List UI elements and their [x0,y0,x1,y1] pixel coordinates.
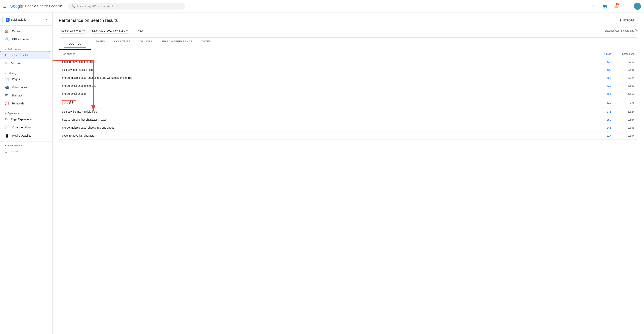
sidebar-label-search-results: Search results [10,54,28,57]
export-button[interactable]: ⬇ EXPORT [616,17,638,24]
col-header-impressions: Impressions [611,52,634,55]
query-text: merge multiple excel sheets into one she… [62,126,588,129]
clicks-value: 241 [588,126,611,129]
table-row[interactable]: how to remove first character in excel 2… [59,116,638,124]
highlighted-query: csv 分割 [62,100,76,105]
tab-pages[interactable]: PAGES [91,38,110,50]
clicks-value: 250 [588,118,611,121]
notifications-button[interactable]: 🔔 67 [612,2,620,10]
sidebar-item-sitemaps[interactable]: 🗺 Sitemaps [0,91,50,99]
discover-icon: ✳ [5,61,8,66]
table-row[interactable]: merge multiple excel sheets into one she… [59,124,638,132]
table-row[interactable]: merge excel sheets 363 5,817 [59,90,638,98]
help-button[interactable]: ? [590,2,598,10]
impressions-value: 2,394 [611,134,634,137]
date-filter[interactable]: Date: Aug 2, 2023-Nov 4, 2... ✏ [90,28,131,34]
url-search-bar[interactable]: 🔍 [68,3,185,10]
query-text: excel remove first character [62,60,588,63]
search-icon: 🔍 [72,4,75,8]
query-text: merge excel sheets into one [62,84,588,87]
enhancements-section-label[interactable]: ▾ Enhancements [0,143,52,147]
experience-section-label[interactable]: ▾ Experience [0,111,52,115]
indexing-section-label[interactable]: ▾ Indexing [0,71,52,75]
sidebar-divider-4 [0,109,52,109]
query-text: excel remove last character [62,134,588,137]
query-text: merge excel sheets [62,92,588,95]
search-input[interactable] [77,5,182,8]
indexing-label: Indexing [8,72,16,75]
search-type-filter[interactable]: Search type: Web ✏ [59,28,87,34]
experience-label: Experience [8,112,19,115]
date-label: Date: Aug 2, 2023-Nov 4, 2... [92,29,125,32]
sidebar-item-video-pages[interactable]: 📹 Video pages [0,83,50,91]
impressions-value: 3,566 [611,68,634,71]
sidebar-label-pages: Pages [12,78,20,81]
col-header-query: Top queries [62,52,588,55]
query-text: how to remove first character in excel [62,118,588,121]
queries-table: Top queries ↓ Clicks Impressions excel r… [59,50,638,139]
home-icon: 🏠 [5,29,9,33]
sidebar-item-pages[interactable]: 📄 Pages [0,75,50,83]
performance-section-label[interactable]: ▾ Performance [0,47,52,51]
page-title: Performance on Search results [59,18,118,23]
impressions-value: 4,719 [611,60,634,63]
clicks-value: 500 [588,68,611,71]
sidebar-label-logos: Logos [10,150,18,153]
impressions-value: 3,699 [611,84,634,87]
sidebar-item-logos[interactable]: ◇ Logos [0,147,50,155]
table-filter-icon[interactable] [628,38,638,50]
clicks-value: 271 [588,110,611,113]
notification-badge: 67 [616,3,620,5]
apps-icon: ⋮⋮⋮ [621,4,633,9]
tab-search-appearance[interactable]: SEARCH APPEARANCE [156,38,197,50]
sidebar-item-overview[interactable]: 🏠 Overview [0,27,50,35]
table-row[interactable]: excel remove first character 532 4,719 [59,58,638,66]
property-letter: q [7,19,8,21]
property-selector[interactable]: q quicktable.io ▾ [2,16,50,24]
sidebar-item-removals[interactable]: 🚫 Removals [0,99,50,108]
queries-tab-box: QUERIES [64,40,86,48]
last-updated: Last updated: 6 hours ago ⓘ [605,29,638,32]
table-row[interactable]: excel remove last character 217 2,394 [59,132,638,139]
table-row[interactable]: split csv into multiple files 500 3,566 [59,66,638,74]
sidebar-label-page-experience: Page Experience [11,118,32,121]
manage-accounts-button[interactable]: 👥 [601,2,609,10]
hamburger-icon[interactable]: ☰ [3,4,6,9]
tab-countries[interactable]: COUNTRIES [110,38,135,50]
sidebar-item-page-experience[interactable]: ⚙ Page Experience [0,115,50,123]
tab-queries[interactable]: QUERIES [59,38,91,50]
removals-icon: 🚫 [5,101,9,106]
add-filter-label: + New [136,29,143,32]
collapse-icon-performance: ▾ [5,48,6,51]
sidebar-item-url-inspection[interactable]: 🔍 URL inspection [0,35,50,44]
add-filter-button[interactable]: + New [133,28,145,33]
top-header: ☰ Google Google Search Console 🔍 ? 👥 🔔 6… [0,0,644,13]
table-row[interactable]: merge excel sheets into one 429 3,699 [59,82,638,90]
property-name: quicktable.io [11,18,44,21]
clicks-header-label: Clicks [604,52,611,55]
table-row[interactable]: csv 分割 320 976 [59,98,638,108]
col-header-clicks[interactable]: ↓ Clicks [588,52,611,55]
query-text: merge multiple excel sheets into one wor… [62,76,588,79]
mobile-icon: 📱 [5,133,9,138]
logos-icon: ◇ [5,149,8,153]
impressions-value: 1,524 [611,110,634,113]
sidebar-item-mobile-usability[interactable]: 📱 Mobile Usability [0,131,50,140]
sidebar-item-core-web-vitals[interactable]: 📊 Core Web Vitals [0,123,50,131]
table-row[interactable]: split csv file into multiple files 271 1… [59,108,638,116]
avatar[interactable]: U [634,3,641,10]
sidebar-item-discover[interactable]: ✳ Discover [0,59,50,67]
sidebar: q quicktable.io ▾ 🏠 Overview 🔍 URL inspe… [0,13,52,334]
header-actions: ? 👥 🔔 67 ⋮⋮⋮ U [590,2,641,10]
sidebar-label-discover: Discover [11,62,21,65]
sidebar-item-search-results[interactable]: G Search results [0,51,50,59]
info-icon: ⓘ [635,29,638,32]
apps-button[interactable]: ⋮⋮⋮ [623,2,631,10]
tab-devices[interactable]: DEVICES [135,38,157,50]
impressions-value: 2,864 [611,118,634,121]
tab-dates[interactable]: DATES [197,38,216,50]
tabs-container: QUERIES PAGES COUNTRIES DEVICES SEARCH A… [59,38,638,50]
query-text: split csv file into multiple files [62,110,588,113]
sidebar-label-url-inspection: URL inspection [12,38,30,41]
table-row[interactable]: merge multiple excel sheets into one wor… [59,74,638,82]
